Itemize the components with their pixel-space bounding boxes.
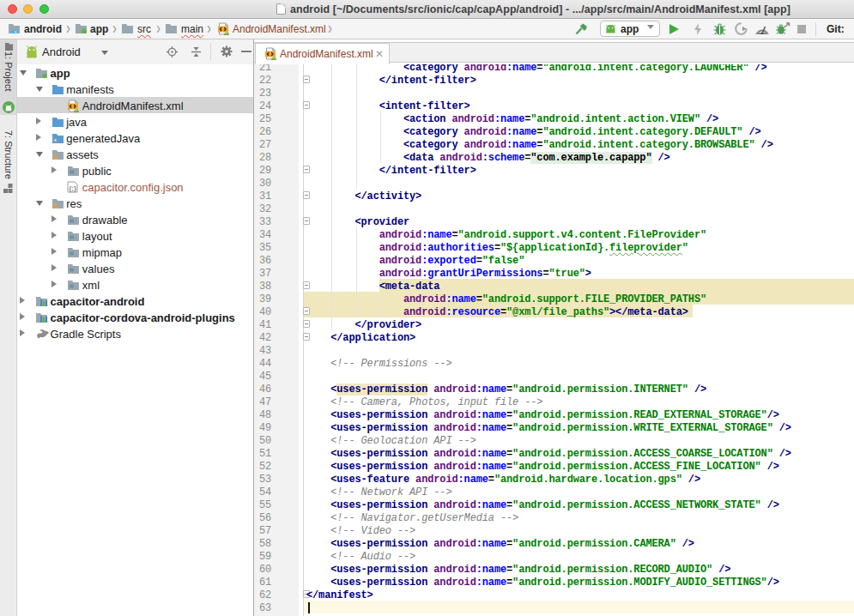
svg-text:{;}: {;}	[69, 184, 76, 192]
